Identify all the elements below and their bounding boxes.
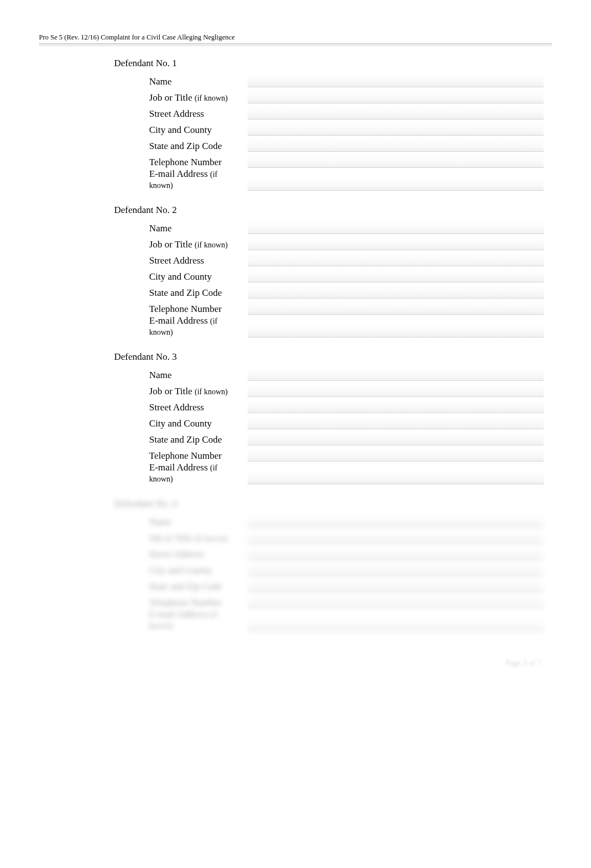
page-container: Pro Se 5 (Rev. 12/16) Complaint for a Ci…	[0, 0, 591, 690]
state-input[interactable]	[248, 579, 544, 592]
header-rule	[39, 43, 552, 47]
name-input[interactable]	[248, 221, 544, 234]
job-label: Job or Title (if known)	[114, 92, 242, 103]
field-row: Job or Title (if known)	[114, 235, 552, 250]
field-row: Street Address	[114, 398, 552, 413]
field-row: City and County	[114, 414, 552, 429]
field-row: Street Address	[114, 251, 552, 266]
city-input[interactable]	[248, 416, 544, 429]
field-row: State and Zip Code	[114, 283, 552, 299]
field-row: E-mail Address (if known)	[114, 609, 552, 631]
defendant-1-section: Defendant No. 1 Name Job or Title (if kn…	[114, 58, 552, 191]
city-label: City and County	[114, 271, 242, 282]
state-label: State and Zip Code	[114, 287, 242, 299]
job-label: Job or Title (if known)	[114, 386, 242, 397]
field-row: State and Zip Code	[114, 430, 552, 445]
defendant-2-section: Defendant No. 2 Name Job or Title (if kn…	[114, 205, 552, 338]
defendant-1-title: Defendant No. 1	[114, 58, 552, 69]
city-label: City and County	[114, 125, 242, 136]
state-input[interactable]	[248, 432, 544, 445]
name-label: Name	[114, 370, 242, 381]
street-input[interactable]	[248, 400, 544, 413]
email-input[interactable]	[248, 618, 544, 631]
state-input[interactable]	[248, 285, 544, 299]
field-row: Job or Title (if known)	[114, 528, 552, 544]
field-row: Name	[114, 365, 552, 381]
street-input[interactable]	[248, 253, 544, 266]
job-input[interactable]	[248, 90, 544, 103]
job-label: Job or Title (if known)	[114, 533, 242, 544]
name-label: Name	[114, 223, 242, 234]
name-label: Name	[114, 76, 242, 87]
field-row: City and County	[114, 120, 552, 136]
phone-label: Telephone Number	[114, 157, 242, 168]
field-row: Name	[114, 219, 552, 234]
field-row: State and Zip Code	[114, 136, 552, 152]
defendant-4-section: Defendant No. 4 Name Job or Title (if kn…	[114, 498, 552, 631]
street-label: Street Address	[114, 549, 242, 560]
state-label: State and Zip Code	[114, 581, 242, 592]
name-label: Name	[114, 517, 242, 528]
state-label: State and Zip Code	[114, 141, 242, 152]
field-row: Telephone Number	[114, 446, 552, 462]
job-label: Job or Title (if known)	[114, 239, 242, 250]
phone-input[interactable]	[248, 301, 544, 315]
field-row: Street Address	[114, 544, 552, 560]
name-input[interactable]	[248, 514, 544, 528]
field-row: City and County	[114, 267, 552, 282]
defendant-2-title: Defendant No. 2	[114, 205, 552, 216]
field-row: E-mail Address (if known)	[114, 168, 552, 191]
phone-label: Telephone Number	[114, 597, 242, 608]
job-input[interactable]	[248, 384, 544, 397]
job-input[interactable]	[248, 237, 544, 250]
phone-label: Telephone Number	[114, 450, 242, 462]
street-label: Street Address	[114, 402, 242, 413]
street-label: Street Address	[114, 108, 242, 120]
city-label: City and County	[114, 565, 242, 576]
email-label: E-mail Address (if known)	[114, 609, 242, 631]
field-row: State and Zip Code	[114, 577, 552, 592]
email-label: E-mail Address (if known)	[114, 168, 242, 191]
street-input[interactable]	[248, 547, 544, 560]
state-input[interactable]	[248, 138, 544, 152]
email-input[interactable]	[248, 177, 544, 191]
city-input[interactable]	[248, 269, 544, 282]
field-row: Telephone Number	[114, 152, 552, 168]
job-input[interactable]	[248, 530, 544, 544]
email-input[interactable]	[248, 471, 544, 484]
form-header: Pro Se 5 (Rev. 12/16) Complaint for a Ci…	[39, 33, 552, 42]
field-row: E-mail Address (if known)	[114, 315, 552, 338]
street-input[interactable]	[248, 106, 544, 120]
field-row: Job or Title (if known)	[114, 88, 552, 103]
page-number: Page 3 of 7	[39, 659, 552, 668]
phone-label: Telephone Number	[114, 304, 242, 315]
field-row: Job or Title (if known)	[114, 381, 552, 397]
phone-input[interactable]	[248, 595, 544, 608]
defendant-3-title: Defendant No. 3	[114, 351, 552, 363]
field-row: Telephone Number	[114, 593, 552, 608]
phone-input[interactable]	[248, 155, 544, 168]
email-label: E-mail Address (if known)	[114, 315, 242, 338]
defendant-4-title: Defendant No. 4	[114, 498, 552, 509]
field-row: E-mail Address (if known)	[114, 462, 552, 484]
name-input[interactable]	[248, 368, 544, 381]
field-row: Name	[114, 512, 552, 528]
field-row: Telephone Number	[114, 299, 552, 315]
phone-input[interactable]	[248, 448, 544, 462]
city-label: City and County	[114, 418, 242, 429]
name-input[interactable]	[248, 74, 544, 87]
street-label: Street Address	[114, 255, 242, 266]
email-input[interactable]	[248, 324, 544, 338]
state-label: State and Zip Code	[114, 434, 242, 445]
field-row: Street Address	[114, 104, 552, 120]
field-row: Name	[114, 72, 552, 87]
city-input[interactable]	[248, 563, 544, 576]
field-row: City and County	[114, 561, 552, 576]
email-label: E-mail Address (if known)	[114, 462, 242, 484]
city-input[interactable]	[248, 122, 544, 136]
defendant-3-section: Defendant No. 3 Name Job or Title (if kn…	[114, 351, 552, 484]
